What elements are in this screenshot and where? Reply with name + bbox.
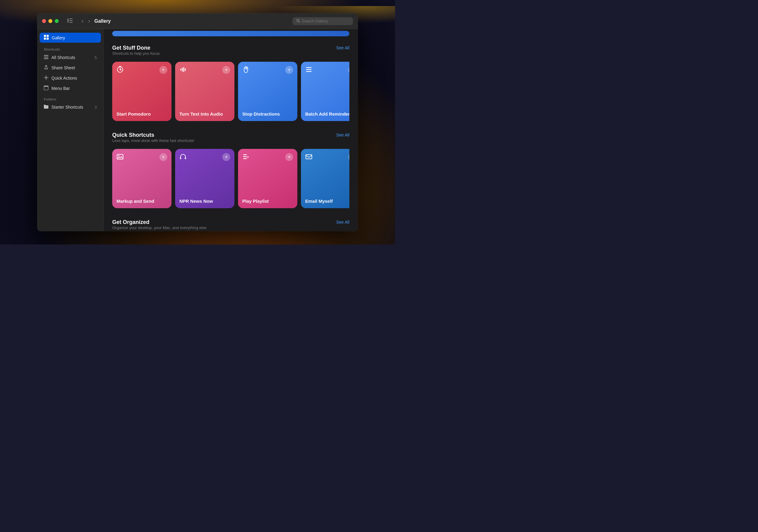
card-label-npr: NPR News Now: [179, 198, 230, 204]
card-play-playlist[interactable]: + Play Playlist: [238, 149, 297, 208]
search-input[interactable]: [302, 19, 344, 23]
svg-rect-9: [47, 38, 49, 40]
hand-icon: [242, 66, 250, 75]
list-icon: [305, 66, 312, 75]
maximize-button[interactable]: [55, 19, 59, 23]
svg-rect-8: [44, 38, 46, 40]
forward-button[interactable]: ›: [86, 17, 92, 25]
section-subtitle-get-organized: Organize your desktop, your Mac, and eve…: [112, 226, 206, 230]
close-button[interactable]: [42, 19, 46, 23]
starter-shortcuts-count: 3: [95, 105, 97, 110]
all-shortcuts-label: All Shortcuts: [52, 55, 75, 60]
svg-rect-28: [243, 154, 247, 155]
all-shortcuts-count: 5: [95, 55, 97, 60]
svg-rect-30: [243, 158, 247, 159]
svg-point-25: [118, 155, 120, 157]
section-subtitle-get-stuff-done: Shortcuts to help you focus: [112, 51, 160, 56]
sidebar-item-all-shortcuts[interactable]: All Shortcuts 5: [40, 53, 101, 62]
section-title-quick-shortcuts: Quick Shortcuts: [112, 132, 194, 138]
back-button[interactable]: ‹: [80, 17, 85, 25]
audio-icon: [179, 66, 187, 75]
svg-rect-20: [185, 68, 186, 71]
playlist-icon: [242, 153, 250, 162]
section-get-stuff-done: Get Stuff Done Shortcuts to help you foc…: [104, 38, 358, 125]
card-start-pomodoro[interactable]: + Start Pomodoro: [112, 62, 171, 121]
svg-rect-6: [44, 35, 46, 37]
folder-icon: [44, 105, 49, 110]
card-label-batch: Batch Add Reminders: [305, 111, 349, 117]
sidebar-item-starter-shortcuts[interactable]: Starter Shortcuts 3: [40, 103, 101, 112]
card-batch-reminders[interactable]: + Batch Add Reminders: [301, 62, 349, 121]
menu-bar-icon: [44, 86, 49, 91]
card-email-myself[interactable]: + Email Myself: [301, 149, 349, 208]
card-label-text-audio: Turn Text Into Audio: [179, 111, 230, 117]
menu-bar-label: Menu Bar: [52, 86, 70, 91]
gear-icon: [44, 75, 49, 81]
svg-rect-7: [47, 35, 49, 37]
quick-actions-label: Quick Actions: [52, 76, 77, 81]
card-label-markup: Markup and Send: [117, 198, 167, 204]
image-icon: [117, 153, 124, 162]
sidebar-active-label: Gallery: [52, 35, 65, 40]
shortcuts-section-label: Shortcuts: [37, 44, 103, 53]
card-label-email: Email Myself: [305, 198, 349, 204]
svg-rect-15: [44, 86, 49, 87]
email-icon: [305, 153, 312, 162]
sidebar-item-quick-actions[interactable]: Quick Actions: [40, 73, 101, 83]
add-button-npr[interactable]: +: [222, 153, 230, 161]
add-button-markup[interactable]: +: [159, 153, 167, 161]
see-all-quick-shortcuts[interactable]: See All: [336, 132, 349, 138]
see-all-get-stuff-done[interactable]: See All: [336, 45, 349, 51]
window-title: Gallery: [94, 18, 293, 24]
section-quick-shortcuts: Quick Shortcuts Less taps, more done wit…: [104, 125, 358, 212]
svg-rect-31: [306, 155, 312, 159]
sidebar-item-gallery[interactable]: Gallery: [40, 33, 101, 43]
svg-point-13: [45, 77, 47, 78]
svg-rect-29: [243, 157, 247, 158]
cards-row-get-stuff-done: + Start Pomodoro: [112, 62, 349, 121]
folders-section-label: Folders: [37, 94, 103, 103]
svg-rect-23: [306, 71, 312, 72]
add-button-playlist[interactable]: +: [285, 153, 293, 161]
traffic-lights: [37, 19, 63, 23]
svg-rect-18: [182, 68, 183, 71]
see-all-get-organized[interactable]: See All: [336, 219, 349, 225]
app-window: ‹ › Gallery: [37, 13, 358, 231]
cards-row-quick-shortcuts: + Markup and Send: [112, 149, 349, 208]
svg-rect-12: [44, 58, 49, 59]
card-label-playlist: Play Playlist: [242, 198, 293, 204]
pomodoro-icon: [117, 66, 124, 75]
add-button-email[interactable]: +: [348, 153, 349, 161]
svg-rect-3: [70, 22, 73, 23]
card-stop-distractions[interactable]: + Stop Distractions: [238, 62, 297, 121]
svg-rect-10: [44, 55, 49, 56]
sidebar-item-menu-bar[interactable]: Menu Bar: [40, 84, 101, 93]
svg-rect-0: [67, 18, 69, 23]
nav-buttons: ‹ ›: [75, 17, 94, 25]
sidebar-toggle-button[interactable]: [65, 17, 75, 25]
add-button-batch[interactable]: +: [348, 66, 349, 74]
svg-rect-27: [185, 158, 186, 159]
add-button-text-audio[interactable]: +: [222, 66, 230, 74]
search-bar[interactable]: [293, 17, 353, 25]
svg-rect-11: [44, 57, 49, 57]
card-markup-send[interactable]: + Markup and Send: [112, 149, 171, 208]
sidebar: Gallery Shortcuts All Shortcuts 5: [37, 29, 104, 231]
card-npr-news[interactable]: + NPR News Now: [175, 149, 234, 208]
add-button-distractions[interactable]: +: [285, 66, 293, 74]
card-turn-text-audio[interactable]: + Turn Text Into Audio: [175, 62, 234, 121]
list-icon: [44, 55, 49, 60]
sidebar-item-share-sheet[interactable]: Share Sheet: [40, 63, 101, 73]
section-title-get-organized: Get Organized: [112, 219, 206, 226]
svg-rect-1: [70, 18, 73, 19]
card-label-pomodoro: Start Pomodoro: [117, 111, 167, 117]
minimize-button[interactable]: [49, 19, 52, 23]
section-title-get-stuff-done: Get Stuff Done: [112, 45, 160, 51]
section-get-organized: Get Organized Organize your desktop, you…: [104, 212, 358, 231]
svg-rect-17: [180, 69, 181, 71]
section-subtitle-quick-shortcuts: Less taps, more done with these fast sho…: [112, 138, 194, 143]
share-sheet-label: Share Sheet: [52, 65, 75, 70]
starter-shortcuts-label: Starter Shortcuts: [52, 105, 83, 110]
add-button-pomodoro[interactable]: +: [159, 66, 167, 74]
svg-line-5: [299, 21, 300, 22]
